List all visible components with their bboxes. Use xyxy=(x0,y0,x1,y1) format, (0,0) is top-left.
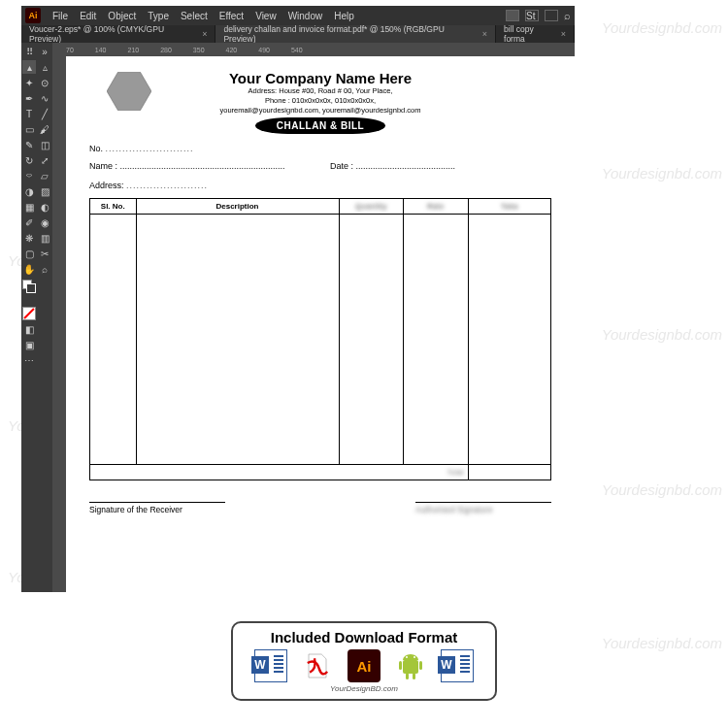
invoice-table: Sl. No. Description Quantity Rate Taka T… xyxy=(89,198,551,480)
company-email: youremail@yourdesignbd.com, youremail@yo… xyxy=(89,106,551,116)
line-tool-icon[interactable]: ╱ xyxy=(38,107,51,120)
svg-marker-0 xyxy=(107,72,151,111)
curvature-tool-icon[interactable]: ∿ xyxy=(38,91,51,105)
swap-fill-icon[interactable] xyxy=(22,295,36,303)
svg-rect-2 xyxy=(399,661,402,670)
search-icon[interactable]: ⌕ xyxy=(564,10,571,21)
horizontal-ruler: 70140210280350420490540 xyxy=(52,43,575,56)
menu-object[interactable]: Object xyxy=(108,11,136,21)
toolbar-grip-icon[interactable]: ⠿ xyxy=(22,45,36,58)
watermark: Yourdesignbd.com xyxy=(602,165,722,182)
eraser-tool-icon[interactable]: ◫ xyxy=(38,138,51,151)
gradient-tool-icon[interactable]: ◐ xyxy=(38,200,51,214)
free-transform-tool-icon[interactable]: ▱ xyxy=(38,169,51,182)
download-title: Included Download Format xyxy=(241,629,487,645)
tab-bill-copy[interactable]: bill copy forma× xyxy=(496,25,575,43)
mesh-tool-icon[interactable]: ▦ xyxy=(22,200,36,214)
android-icon xyxy=(394,649,427,682)
fill-stroke-icon[interactable] xyxy=(22,280,36,293)
type-tool-icon[interactable]: T xyxy=(22,107,36,120)
menu-effect[interactable]: Effect xyxy=(219,11,244,21)
download-format-box: Included Download Format Ai YourDesignBD… xyxy=(231,621,497,701)
menu-type[interactable]: Type xyxy=(148,11,169,21)
tab-delivery-challan[interactable]: delivery challan and invoice format.pdf*… xyxy=(215,25,496,43)
watermark: Yourdesignbd.com xyxy=(602,481,722,498)
paintbrush-tool-icon[interactable]: 🖌 xyxy=(38,122,51,136)
toolbar-col-1: ⠿ ▴ ✦ ✒ T ▭ ✎ ↻ ⌔ ◑ ▦ ✐ ❋ ▢ ✋ ◧ ▣ ⋯ xyxy=(21,43,37,592)
pdf-icon xyxy=(301,649,334,682)
name-label: Name : xyxy=(89,161,117,171)
eyedropper-tool-icon[interactable]: ✐ xyxy=(22,215,36,229)
menu-edit[interactable]: Edit xyxy=(80,11,96,21)
download-site: YourDesignBD.com xyxy=(241,684,487,693)
date-label: Date : xyxy=(330,161,353,171)
edit-toolbar-icon[interactable]: ⋯ xyxy=(22,353,36,367)
shape-builder-tool-icon[interactable]: ◑ xyxy=(22,184,36,198)
menu-view[interactable]: View xyxy=(255,11,277,21)
document-type-badge: CHALLAN & BILL xyxy=(255,117,385,134)
menu-window[interactable]: Window xyxy=(288,11,323,21)
close-icon[interactable]: × xyxy=(561,29,566,39)
direct-selection-tool-icon[interactable]: ▵ xyxy=(38,60,51,74)
menu-help[interactable]: Help xyxy=(334,11,354,21)
pencil-tool-icon[interactable]: ✎ xyxy=(22,138,36,151)
company-name: Your Company Name Here xyxy=(89,70,551,86)
word-icon xyxy=(254,649,287,682)
rotate-tool-icon[interactable]: ↻ xyxy=(22,153,36,167)
toolbar-col-2: » ▵ ⊙ ∿ ╱ 🖌 ◫ ⤢ ▱ ▨ ◐ ◉ ▥ ✂ ⌕ xyxy=(37,43,52,592)
blend-tool-icon[interactable]: ◉ xyxy=(38,215,51,229)
svg-rect-1 xyxy=(403,660,418,674)
col-rate: Rate xyxy=(404,199,469,215)
perspective-tool-icon[interactable]: ▨ xyxy=(38,184,51,198)
col-sl: Sl. No. xyxy=(90,199,137,215)
vertical-ruler xyxy=(52,56,66,592)
col-description: Description xyxy=(136,199,339,215)
menu-select[interactable]: Select xyxy=(181,11,208,21)
screen-mode-icon[interactable]: ▣ xyxy=(22,338,36,351)
artboard-tool-icon[interactable]: ▢ xyxy=(22,247,36,260)
width-tool-icon[interactable]: ⌔ xyxy=(22,169,36,182)
svg-rect-5 xyxy=(413,673,415,679)
arrange-icon[interactable] xyxy=(545,10,558,21)
slice-tool-icon[interactable]: ✂ xyxy=(38,247,51,260)
col-taka: Taka xyxy=(468,199,551,215)
address-label: Address: xyxy=(89,181,124,190)
close-icon[interactable]: × xyxy=(482,29,487,39)
zoom-tool-icon[interactable]: ⌕ xyxy=(38,262,51,276)
svg-rect-4 xyxy=(406,673,409,679)
pen-tool-icon[interactable]: ✒ xyxy=(22,91,36,105)
word-icon xyxy=(441,649,474,682)
rectangle-tool-icon[interactable]: ▭ xyxy=(22,122,36,136)
menu-file[interactable]: File xyxy=(52,11,68,21)
watermark: Yourdesignbd.com xyxy=(602,326,722,343)
stock-icon[interactable]: St xyxy=(525,10,539,21)
lasso-tool-icon[interactable]: ⊙ xyxy=(38,76,51,89)
svg-rect-3 xyxy=(419,661,422,670)
logo-placeholder-icon xyxy=(107,72,151,115)
close-icon[interactable]: × xyxy=(202,29,207,39)
menu-bar: Ai File Edit Object Type Select Effect V… xyxy=(21,6,575,25)
svg-point-7 xyxy=(414,656,415,658)
none-color-icon[interactable] xyxy=(22,307,36,320)
hand-tool-icon[interactable]: ✋ xyxy=(22,262,36,276)
signature-authorised: Authorised Signature xyxy=(415,502,551,514)
artboard[interactable]: Your Company Name Here Address: House #0… xyxy=(66,56,575,592)
draw-mode-icon[interactable]: ◧ xyxy=(22,322,36,336)
column-graph-tool-icon[interactable]: ▥ xyxy=(38,231,51,245)
col-quantity: Quantity xyxy=(339,199,404,215)
expand-icon[interactable]: » xyxy=(38,45,51,58)
workspace-icon[interactable] xyxy=(506,10,519,21)
company-address: Address: House #00, Road # 00, Your Plac… xyxy=(89,86,551,96)
watermark: Yourdesignbd.com xyxy=(602,19,722,36)
illustrator-icon: Ai xyxy=(347,649,381,682)
document-tabs: Voucer-2.eps* @ 100% (CMYK/GPU Preview)×… xyxy=(21,25,575,43)
illustrator-window: Ai File Edit Object Type Select Effect V… xyxy=(21,6,575,592)
total-label: Total xyxy=(404,465,469,480)
scale-tool-icon[interactable]: ⤢ xyxy=(38,153,51,167)
svg-point-6 xyxy=(406,656,408,658)
selection-tool-icon[interactable]: ▴ xyxy=(22,60,36,74)
magic-wand-tool-icon[interactable]: ✦ xyxy=(22,76,36,89)
tab-voucher[interactable]: Voucer-2.eps* @ 100% (CMYK/GPU Preview)× xyxy=(21,25,215,43)
symbol-sprayer-tool-icon[interactable]: ❋ xyxy=(22,231,36,245)
watermark: Yourdesignbd.com xyxy=(602,635,722,651)
